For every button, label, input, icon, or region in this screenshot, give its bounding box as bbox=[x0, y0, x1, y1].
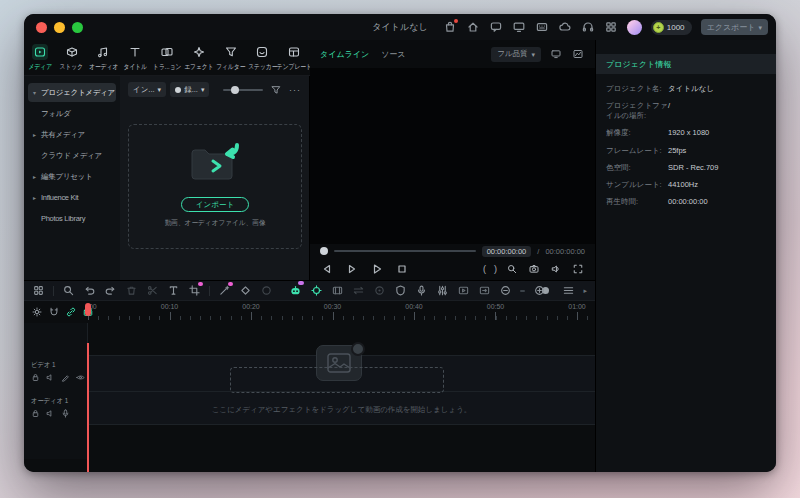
lock-icon[interactable] bbox=[30, 372, 41, 383]
sidebar-item-edit-presets[interactable]: ▸ 編集プリセット bbox=[28, 167, 116, 186]
ai-copilot-icon[interactable] bbox=[289, 284, 302, 297]
sidebar-item-folder[interactable]: フォルダ bbox=[28, 104, 116, 123]
mic-icon[interactable] bbox=[60, 408, 71, 419]
preview-tab-source[interactable]: ソース bbox=[381, 49, 405, 60]
playhead-line[interactable] bbox=[87, 343, 89, 472]
select-tool-icon[interactable] bbox=[62, 284, 75, 297]
export-frame-icon[interactable] bbox=[478, 284, 491, 297]
import-dropzone[interactable]: インポート 動画、オーディオファイル、画像 bbox=[128, 124, 302, 249]
more-options-icon[interactable]: ··· bbox=[289, 85, 301, 95]
export-button[interactable]: エクスポート ▾ bbox=[701, 19, 768, 35]
tab-effects[interactable]: エフェクト bbox=[183, 44, 215, 72]
delete-icon[interactable] bbox=[125, 284, 138, 297]
tab-transition[interactable]: トラ...ョン bbox=[151, 44, 183, 72]
play-button[interactable] bbox=[370, 262, 384, 276]
sidebar-item-cloud-media[interactable]: クラウド メディア bbox=[28, 146, 116, 165]
current-timecode[interactable]: 00:00:00:00 bbox=[482, 246, 532, 257]
prev-frame-button[interactable] bbox=[320, 262, 334, 276]
track-height-icon[interactable] bbox=[562, 284, 575, 297]
speed-ramp-icon[interactable] bbox=[218, 284, 231, 297]
display-icon[interactable] bbox=[512, 20, 526, 34]
mute-speaker-icon[interactable] bbox=[45, 372, 56, 383]
timeline-zoom-slider[interactable] bbox=[520, 290, 525, 292]
speaker-icon[interactable] bbox=[549, 262, 563, 276]
crop-icon[interactable] bbox=[188, 284, 201, 297]
record-circle-icon[interactable] bbox=[373, 284, 386, 297]
tab-filters[interactable]: フィルター bbox=[215, 44, 247, 72]
tab-templates[interactable]: テンプレート bbox=[278, 44, 310, 72]
film-roll-icon[interactable] bbox=[331, 284, 344, 297]
thumbnail-size-slider[interactable] bbox=[223, 89, 263, 91]
zoom-out-icon[interactable] bbox=[499, 284, 512, 297]
mark-out-button[interactable]: ) bbox=[494, 264, 497, 274]
tab-title[interactable]: タイトル bbox=[119, 44, 151, 72]
cloud-icon[interactable] bbox=[558, 20, 572, 34]
coins-badge[interactable]: + 1000 bbox=[651, 20, 692, 35]
stop-button[interactable] bbox=[395, 262, 409, 276]
apps-grid-icon[interactable] bbox=[604, 20, 618, 34]
swap-clips-icon[interactable] bbox=[352, 284, 365, 297]
filter-funnel-icon[interactable] bbox=[269, 83, 283, 97]
seek-bar[interactable] bbox=[334, 250, 476, 252]
timeline-ruler[interactable]: 00:00 00:10 00:20 00:30 00:40 00:50 01:0… bbox=[88, 301, 595, 323]
mark-in-button[interactable]: ( bbox=[483, 264, 486, 274]
workspace-icon[interactable] bbox=[466, 20, 480, 34]
timeline-dropzone[interactable] bbox=[230, 367, 444, 393]
redo-icon[interactable] bbox=[104, 284, 117, 297]
zoom-window-button[interactable] bbox=[72, 22, 83, 33]
ruler-label: 01:00 bbox=[568, 303, 586, 310]
playhead-handle[interactable] bbox=[85, 303, 91, 316]
import-button[interactable]: インポート bbox=[181, 197, 249, 212]
sidebar-item-project-media[interactable]: ▾ プロジェクトメディア bbox=[28, 83, 116, 102]
filter-funnel-icon bbox=[223, 44, 239, 60]
sidebar-item-influence-kit[interactable]: ▸ Influence Kit bbox=[28, 188, 116, 207]
tab-media[interactable]: メディア bbox=[24, 44, 56, 72]
close-window-button[interactable] bbox=[36, 22, 47, 33]
store-icon[interactable] bbox=[443, 20, 457, 34]
mask-shield-icon[interactable] bbox=[394, 284, 407, 297]
undo-icon[interactable] bbox=[83, 284, 96, 297]
preview-tab-timeline[interactable]: タイムライン bbox=[320, 49, 369, 60]
media-view-toggle-icon[interactable] bbox=[32, 284, 45, 297]
avatar[interactable] bbox=[627, 20, 642, 35]
brush-icon[interactable] bbox=[60, 372, 71, 383]
split-scissors-icon[interactable] bbox=[146, 284, 159, 297]
voiceover-mic-icon[interactable] bbox=[415, 284, 428, 297]
timeline-settings-gear-icon[interactable] bbox=[31, 306, 43, 318]
link-clips-icon[interactable] bbox=[65, 306, 77, 318]
next-frame-button[interactable] bbox=[345, 262, 359, 276]
preview-viewport[interactable] bbox=[310, 68, 595, 244]
headset-support-icon[interactable] bbox=[581, 20, 595, 34]
import-dropdown[interactable]: イン... ▾ bbox=[128, 82, 166, 97]
project-row-colorspace: 色空間: SDR - Rec.709 bbox=[606, 163, 766, 173]
collapse-arrow-icon[interactable]: ▸ bbox=[583, 287, 587, 294]
mute-speaker-icon[interactable] bbox=[45, 408, 56, 419]
snapshot-camera-icon[interactable] bbox=[527, 262, 541, 276]
eye-icon[interactable] bbox=[75, 372, 86, 383]
zoom-in-icon[interactable] bbox=[533, 284, 546, 297]
sidebar-item-shared-media[interactable]: ▸ 共有メディア bbox=[28, 125, 116, 144]
seek-handle[interactable] bbox=[320, 247, 328, 255]
motion-tracking-icon[interactable] bbox=[310, 284, 323, 297]
scopes-icon[interactable] bbox=[571, 47, 585, 61]
tab-stock[interactable]: ストック bbox=[56, 44, 88, 72]
quick-text-icon[interactable] bbox=[167, 284, 180, 297]
display-settings-icon[interactable] bbox=[549, 47, 563, 61]
sidebar-item-photos-library[interactable]: Photos Library bbox=[28, 209, 116, 228]
playback-quality-dropdown[interactable]: フル品質 ▾ bbox=[491, 47, 541, 62]
feedback-chat-icon[interactable] bbox=[489, 20, 503, 34]
keyframe-icon[interactable] bbox=[239, 284, 252, 297]
zoom-preview-icon[interactable] bbox=[505, 262, 519, 276]
record-dropdown[interactable]: 録... ▾ bbox=[170, 82, 209, 97]
tab-stickers[interactable]: ステッカー bbox=[246, 44, 278, 72]
minimize-window-button[interactable] bbox=[54, 22, 65, 33]
preview-header: タイムライン ソース フル品質 ▾ bbox=[310, 40, 595, 68]
render-preview-icon[interactable] bbox=[457, 284, 470, 297]
shortcut-pad-icon[interactable] bbox=[535, 20, 549, 34]
fullscreen-icon[interactable] bbox=[571, 262, 585, 276]
tab-audio[interactable]: オーディオ bbox=[88, 44, 120, 72]
marker-icon[interactable] bbox=[260, 284, 273, 297]
snap-magnet-icon[interactable] bbox=[48, 306, 60, 318]
audio-mixer-icon[interactable] bbox=[436, 284, 449, 297]
lock-icon[interactable] bbox=[30, 408, 41, 419]
